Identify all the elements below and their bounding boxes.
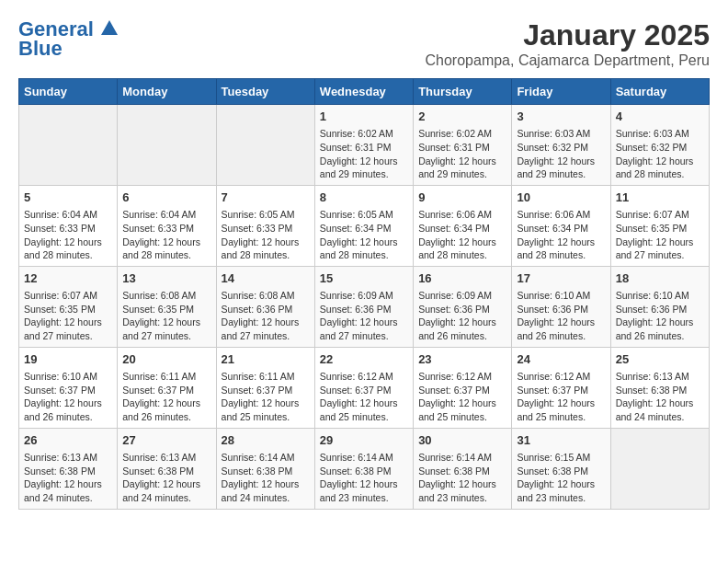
- day-info: Sunrise: 6:13 AMSunset: 6:38 PMDaylight:…: [616, 370, 704, 424]
- day-info: Sunrise: 6:05 AMSunset: 6:34 PMDaylight:…: [320, 208, 408, 262]
- month-title: January 2025: [426, 18, 710, 52]
- day-info: Sunrise: 6:11 AMSunset: 6:37 PMDaylight:…: [122, 370, 210, 424]
- day-number: 22: [320, 351, 408, 368]
- day-number: 8: [320, 190, 408, 206]
- day-info: Sunrise: 6:04 AMSunset: 6:33 PMDaylight:…: [24, 208, 112, 262]
- day-cell: 6Sunrise: 6:04 AMSunset: 6:33 PMDaylight…: [118, 185, 216, 266]
- day-cell: 8Sunrise: 6:05 AMSunset: 6:34 PMDaylight…: [314, 185, 413, 266]
- header-thursday: Thursday: [414, 79, 512, 105]
- calendar-header-row: SundayMondayTuesdayWednesdayThursdayFrid…: [19, 79, 710, 105]
- day-info: Sunrise: 6:10 AMSunset: 6:36 PMDaylight:…: [616, 289, 704, 343]
- day-cell: 29Sunrise: 6:14 AMSunset: 6:38 PMDayligh…: [314, 428, 413, 509]
- header-sunday: Sunday: [19, 79, 118, 105]
- day-number: 24: [517, 351, 605, 368]
- day-number: 1: [320, 109, 408, 125]
- day-number: 30: [418, 432, 506, 449]
- day-info: Sunrise: 6:04 AMSunset: 6:33 PMDaylight:…: [122, 208, 210, 262]
- day-cell: 20Sunrise: 6:11 AMSunset: 6:37 PMDayligh…: [118, 347, 216, 428]
- day-info: Sunrise: 6:14 AMSunset: 6:38 PMDaylight:…: [320, 451, 408, 505]
- day-cell: 26Sunrise: 6:13 AMSunset: 6:38 PMDayligh…: [19, 428, 118, 509]
- day-number: 20: [122, 351, 210, 368]
- day-number: 6: [122, 190, 210, 206]
- header-wednesday: Wednesday: [314, 79, 413, 105]
- day-number: 15: [320, 270, 408, 287]
- header-friday: Friday: [512, 79, 610, 105]
- day-number: 18: [616, 270, 704, 287]
- day-cell: 17Sunrise: 6:10 AMSunset: 6:36 PMDayligh…: [512, 266, 610, 347]
- day-number: 7: [222, 190, 310, 206]
- day-info: Sunrise: 6:12 AMSunset: 6:37 PMDaylight:…: [320, 370, 408, 424]
- header-saturday: Saturday: [610, 79, 709, 105]
- day-cell: 28Sunrise: 6:14 AMSunset: 6:38 PMDayligh…: [216, 428, 314, 509]
- day-cell: [216, 105, 314, 186]
- day-info: Sunrise: 6:06 AMSunset: 6:34 PMDaylight:…: [517, 208, 605, 262]
- logo: General Blue: [18, 18, 118, 61]
- day-number: 14: [222, 270, 310, 287]
- day-cell: 24Sunrise: 6:12 AMSunset: 6:37 PMDayligh…: [512, 347, 610, 428]
- page-header: General Blue January 2025 Choropampa, Ca…: [18, 18, 710, 69]
- header-tuesday: Tuesday: [216, 79, 314, 105]
- day-number: 12: [24, 270, 112, 287]
- day-cell: 1Sunrise: 6:02 AMSunset: 6:31 PMDaylight…: [314, 105, 413, 186]
- day-number: 27: [122, 432, 210, 449]
- day-number: 11: [616, 190, 704, 206]
- day-cell: 27Sunrise: 6:13 AMSunset: 6:38 PMDayligh…: [118, 428, 216, 509]
- day-info: Sunrise: 6:03 AMSunset: 6:32 PMDaylight:…: [517, 127, 605, 181]
- day-cell: 16Sunrise: 6:09 AMSunset: 6:36 PMDayligh…: [414, 266, 512, 347]
- day-info: Sunrise: 6:12 AMSunset: 6:37 PMDaylight:…: [418, 370, 506, 424]
- week-row-1: 5Sunrise: 6:04 AMSunset: 6:33 PMDaylight…: [19, 185, 710, 266]
- week-row-2: 12Sunrise: 6:07 AMSunset: 6:35 PMDayligh…: [19, 266, 710, 347]
- day-info: Sunrise: 6:14 AMSunset: 6:38 PMDaylight:…: [418, 451, 506, 505]
- day-info: Sunrise: 6:13 AMSunset: 6:38 PMDaylight:…: [122, 451, 210, 505]
- day-cell: 2Sunrise: 6:02 AMSunset: 6:31 PMDaylight…: [414, 105, 512, 186]
- day-number: 17: [517, 270, 605, 287]
- day-number: 29: [320, 432, 408, 449]
- day-cell: 3Sunrise: 6:03 AMSunset: 6:32 PMDaylight…: [512, 105, 610, 186]
- day-cell: 22Sunrise: 6:12 AMSunset: 6:37 PMDayligh…: [314, 347, 413, 428]
- day-info: Sunrise: 6:05 AMSunset: 6:33 PMDaylight:…: [222, 208, 310, 262]
- day-cell: 18Sunrise: 6:10 AMSunset: 6:36 PMDayligh…: [610, 266, 709, 347]
- location-subtitle: Choropampa, Cajamarca Department, Peru: [426, 52, 710, 69]
- day-number: 13: [122, 270, 210, 287]
- day-cell: 9Sunrise: 6:06 AMSunset: 6:34 PMDaylight…: [414, 185, 512, 266]
- day-cell: 21Sunrise: 6:11 AMSunset: 6:37 PMDayligh…: [216, 347, 314, 428]
- day-info: Sunrise: 6:12 AMSunset: 6:37 PMDaylight:…: [517, 370, 605, 424]
- day-cell: 5Sunrise: 6:04 AMSunset: 6:33 PMDaylight…: [19, 185, 118, 266]
- day-cell: [610, 428, 709, 509]
- day-info: Sunrise: 6:07 AMSunset: 6:35 PMDaylight:…: [24, 289, 112, 343]
- day-number: 16: [418, 270, 506, 287]
- week-row-0: 1Sunrise: 6:02 AMSunset: 6:31 PMDaylight…: [19, 105, 710, 186]
- day-number: 10: [517, 190, 605, 206]
- svg-marker-0: [101, 20, 118, 35]
- day-cell: 4Sunrise: 6:03 AMSunset: 6:32 PMDaylight…: [610, 105, 709, 186]
- day-info: Sunrise: 6:09 AMSunset: 6:36 PMDaylight:…: [418, 289, 506, 343]
- logo-icon: [101, 19, 118, 36]
- day-cell: 10Sunrise: 6:06 AMSunset: 6:34 PMDayligh…: [512, 185, 610, 266]
- day-cell: 30Sunrise: 6:14 AMSunset: 6:38 PMDayligh…: [414, 428, 512, 509]
- day-number: 5: [24, 190, 112, 206]
- day-cell: [118, 105, 216, 186]
- day-info: Sunrise: 6:02 AMSunset: 6:31 PMDaylight:…: [418, 127, 506, 181]
- day-info: Sunrise: 6:14 AMSunset: 6:38 PMDaylight:…: [222, 451, 310, 505]
- day-number: 23: [418, 351, 506, 368]
- day-info: Sunrise: 6:13 AMSunset: 6:38 PMDaylight:…: [24, 451, 112, 505]
- day-info: Sunrise: 6:09 AMSunset: 6:36 PMDaylight:…: [320, 289, 408, 343]
- day-number: 31: [517, 432, 605, 449]
- day-info: Sunrise: 6:11 AMSunset: 6:37 PMDaylight:…: [222, 370, 310, 424]
- day-info: Sunrise: 6:15 AMSunset: 6:38 PMDaylight:…: [517, 451, 605, 505]
- week-row-3: 19Sunrise: 6:10 AMSunset: 6:37 PMDayligh…: [19, 347, 710, 428]
- day-number: 9: [418, 190, 506, 206]
- day-info: Sunrise: 6:07 AMSunset: 6:35 PMDaylight:…: [616, 208, 704, 262]
- day-info: Sunrise: 6:02 AMSunset: 6:31 PMDaylight:…: [320, 127, 408, 181]
- day-cell: 23Sunrise: 6:12 AMSunset: 6:37 PMDayligh…: [414, 347, 512, 428]
- day-number: 2: [418, 109, 506, 125]
- day-number: 25: [616, 351, 704, 368]
- day-cell: 25Sunrise: 6:13 AMSunset: 6:38 PMDayligh…: [610, 347, 709, 428]
- day-info: Sunrise: 6:08 AMSunset: 6:36 PMDaylight:…: [222, 289, 310, 343]
- day-number: 19: [24, 351, 112, 368]
- day-info: Sunrise: 6:08 AMSunset: 6:35 PMDaylight:…: [122, 289, 210, 343]
- week-row-4: 26Sunrise: 6:13 AMSunset: 6:38 PMDayligh…: [19, 428, 710, 509]
- day-info: Sunrise: 6:03 AMSunset: 6:32 PMDaylight:…: [616, 127, 704, 181]
- calendar-table: SundayMondayTuesdayWednesdayThursdayFrid…: [18, 78, 710, 510]
- day-number: 4: [616, 109, 704, 125]
